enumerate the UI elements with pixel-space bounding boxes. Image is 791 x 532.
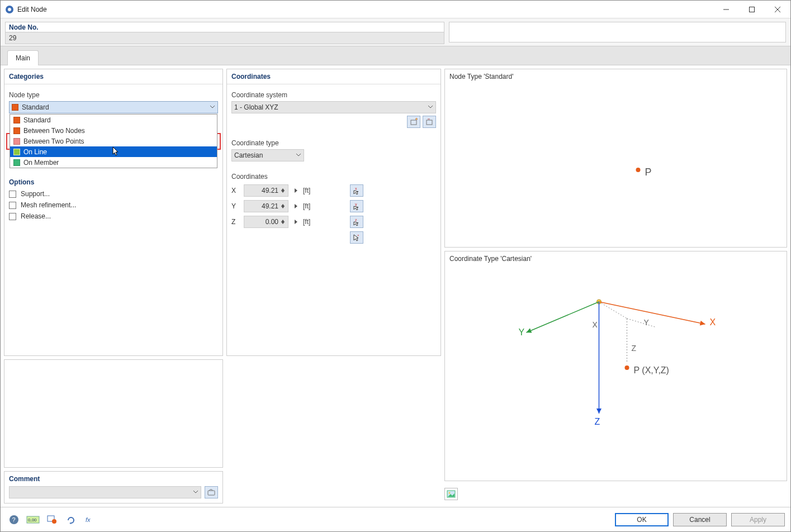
z-spinner[interactable]: 0.00 [244,216,288,228]
node-type-select[interactable]: Standard Standard Between Two Nodes [9,101,218,113]
svg-point-38 [52,519,56,524]
fx-button[interactable]: fx [82,512,98,527]
svg-point-14 [636,168,641,172]
coord-type-preview: Coordinate Type 'Cartesian' X Y [444,251,787,481]
swatch-icon [13,149,20,155]
header-strip: Node No. 29 [1,18,790,46]
tab-main[interactable]: Main [7,50,39,65]
step-button[interactable] [292,188,300,193]
node-type-selected: Standard [22,103,49,111]
svg-text:Y: Y [519,327,525,337]
coordinates-header: Coordinates [227,69,441,84]
comment-browse-button[interactable] [205,486,218,498]
release-checkbox[interactable]: Release... [9,211,218,222]
axis-label-x: X [231,187,240,194]
coord-row-pick: × [231,230,436,245]
node-number-input[interactable]: 29 [5,32,444,44]
apply-button[interactable]: Apply [731,513,785,526]
maximize-button[interactable] [739,1,765,18]
blank-panel [4,359,223,468]
svg-text:P (X,Y,Z): P (X,Y,Z) [634,365,669,375]
display-button[interactable] [44,512,60,527]
window-controls [713,1,790,18]
node-type-preview: Node Type 'Standard' P [444,69,787,248]
svg-text:y: y [355,202,357,207]
cancel-button[interactable]: Cancel [673,513,727,526]
node-type-option-on-member[interactable]: On Member [10,157,217,168]
pick-y-button[interactable]: y [350,200,363,212]
svg-point-1 [8,8,11,11]
pick-point-button[interactable]: × [350,231,363,244]
preview-cartesian-label: Coordinate Type 'Cartesian' [449,255,782,263]
node-type-option-between-two-points[interactable]: Between Two Points [10,136,217,146]
edit-node-dialog: Edit Node Node No. 29 Main Categories No… [0,0,791,532]
svg-rect-6 [208,491,215,495]
axis-label-y: Y [231,202,240,210]
options-header: Options [9,175,218,188]
window-title: Edit Node [17,6,47,13]
checkbox-icon [9,191,16,198]
svg-rect-8 [427,120,432,125]
unit-label: [ft] [303,218,315,226]
help-button[interactable]: ? [6,512,22,527]
minimize-button[interactable] [713,1,739,18]
svg-line-17 [599,302,705,324]
comment-select[interactable] [9,486,201,498]
x-spinner[interactable]: 49.21 [244,184,288,197]
step-button[interactable] [292,220,300,224]
close-button[interactable] [765,1,790,18]
step-button[interactable] [292,204,300,208]
chevron-down-icon [193,488,198,496]
coord-type-value: Cartesian [234,151,263,159]
coord-row-z: Z 0.00 [ft] z [231,214,436,230]
mesh-refinement-checkbox[interactable]: Mesh refinement... [9,200,218,211]
coord-system-label: Coordinate system [231,88,436,101]
option-label: On Member [23,159,59,167]
comment-header: Comment [4,472,222,486]
x-value: 49.21 [247,187,280,194]
checkbox-icon [9,202,16,209]
pick-z-button[interactable]: z [350,216,363,228]
svg-text:x: x [355,187,357,191]
units-button[interactable]: 0,00 [25,512,41,527]
spinner-arrows-icon [280,204,286,208]
node-number-label: Node No. [5,22,444,32]
svg-text:?: ? [12,516,16,523]
swatch-icon [12,104,18,111]
option-label: Between Two Nodes [23,127,85,135]
edit-coord-system-button[interactable] [423,116,436,128]
option-label: On Line [23,148,47,156]
svg-text:fx: fx [86,516,91,523]
support-checkbox[interactable]: Support... [9,188,218,200]
release-label: Release... [21,212,51,220]
sync-button[interactable] [63,512,79,527]
swatch-icon [13,117,20,124]
titlebar: Edit Node [1,1,790,18]
node-type-option-between-two-nodes[interactable]: Between Two Nodes [10,125,217,136]
svg-line-19 [527,302,599,332]
svg-text:0,00: 0,00 [28,517,37,522]
z-value: 0.00 [247,218,280,226]
preview-standard-diagram: P [449,80,782,231]
pick-x-button[interactable]: x [350,184,363,197]
new-coord-system-button[interactable] [407,116,420,128]
support-label: Support... [21,190,50,198]
node-type-option-standard[interactable]: Standard [10,115,217,125]
y-spinner[interactable]: 49.21 [244,200,288,212]
preview-standard-label: Node Type 'Standard' [449,73,782,80]
ok-button[interactable]: OK [615,513,669,526]
node-type-option-on-line[interactable]: On Line [10,146,217,157]
node-type-dropdown: Standard Between Two Nodes Between Two P… [10,114,217,168]
chevron-down-icon [210,103,215,111]
coord-system-select[interactable]: 1 - Global XYZ [231,101,436,113]
tab-strip: Main [1,46,790,65]
coord-type-select[interactable]: Cartesian [231,149,304,162]
preview-image-button[interactable] [444,488,458,500]
svg-rect-3 [750,7,755,12]
coord-type-label: Coordinate type [231,136,436,149]
option-label: Between Two Points [23,137,84,145]
spinner-arrows-icon [280,188,286,193]
axis-label-z: Z [231,218,240,226]
swatch-icon [13,159,20,166]
y-value: 49.21 [247,202,280,210]
